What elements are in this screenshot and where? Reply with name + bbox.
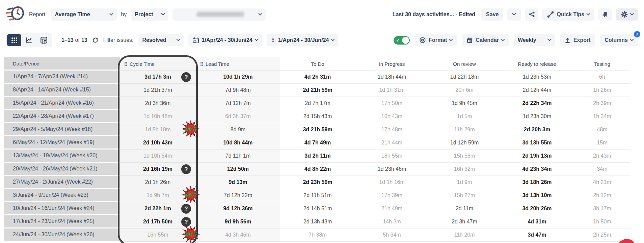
- quick-tips-button[interactable]: Quick Tips: [542, 8, 594, 21]
- in-progress-cell[interactable]: 1d 1h 16m: [355, 176, 429, 189]
- cycle-time-cell[interactable]: 1d 9h 7m WOW: [120, 189, 196, 202]
- todo-cell[interactable]: 2d 21h 59m: [280, 84, 355, 97]
- wow-sticker-icon[interactable]: WOW: [182, 226, 200, 243]
- drag-handle-icon[interactable]: [200, 62, 203, 66]
- pivot-view-button[interactable]: [37, 34, 51, 46]
- interval-select[interactable]: Weekly: [514, 34, 555, 46]
- period-cell[interactable]: 15/Apr/24 - 21/Apr/24 (Week #16): [4, 97, 120, 110]
- lead-time-cell[interactable]: 9d 9h 56m: [196, 215, 280, 228]
- ready-to-release-cell[interactable]: 3d 18h 26m: [500, 176, 574, 189]
- cycle-time-cell[interactable]: 2d 16h 19m?: [120, 163, 196, 176]
- on-review-cell[interactable]: 15h 27m: [429, 189, 500, 202]
- ready-to-release-cell[interactable]: 4d 23h 34m: [500, 163, 574, 176]
- testing-cell[interactable]: 2h 12m: [574, 189, 630, 202]
- ready-to-release-cell[interactable]: 3d 13h 10m: [500, 189, 574, 202]
- lead-time-cell[interactable]: 12d 50m: [196, 163, 280, 176]
- period-cell[interactable]: 29/Apr/24 - 5/May/24 (Week #18): [4, 123, 120, 136]
- in-progress-cell[interactable]: 1d 18h 44m: [355, 71, 429, 84]
- in-progress-cell[interactable]: 17h 50m: [355, 97, 429, 110]
- lead-time-cell[interactable]: 4d 3h 46m: [196, 228, 280, 242]
- testing-cell[interactable]: 2h 39m: [574, 97, 630, 110]
- on-review-cell[interactable]: 1d 5m: [429, 110, 500, 123]
- lead-time-cell[interactable]: 10d 8h 44m: [196, 136, 280, 150]
- in-progress-cell[interactable]: 5h 34m: [355, 228, 429, 242]
- lead-time-cell[interactable]: 6d 3h 37m: [196, 110, 280, 123]
- question-badge-icon[interactable]: ?: [181, 72, 191, 82]
- trim-range-select[interactable]: ✂ 1/Apr/24 - 30/Jun/24: [267, 34, 339, 46]
- cycle-time-cell[interactable]: 1d 21h 37m: [120, 84, 196, 97]
- in-progress-cell[interactable]: 21h 49m: [355, 202, 429, 215]
- on-review-cell[interactable]: 2d 11m: [429, 202, 500, 215]
- period-cell[interactable]: 1/Apr/24 - 7/Apr/24 (Week #14): [4, 71, 120, 84]
- ready-to-release-cell[interactable]: 3d 20h 26m: [500, 202, 574, 215]
- todo-cell[interactable]: 7h 38m: [280, 228, 355, 242]
- columns-button[interactable]: Columns: [600, 34, 638, 46]
- question-badge-icon[interactable]: ?: [181, 217, 191, 227]
- testing-cell[interactable]: 1h 26m: [574, 84, 630, 97]
- testing-cell[interactable]: 2h 43m: [574, 150, 630, 163]
- cycle-time-cell[interactable]: 3d 17h 3m?: [120, 71, 196, 84]
- cycle-time-cell[interactable]: 2d 10h 43m: [120, 136, 196, 150]
- in-progress-cell[interactable]: 1d 1h 31m: [355, 84, 429, 97]
- todo-cell[interactable]: 2d 13h 43m: [280, 215, 355, 228]
- cycle-time-cell[interactable]: 16h 55m WOW: [120, 228, 196, 242]
- in-progress-cell[interactable]: 10h 43m: [355, 110, 429, 123]
- on-review-cell[interactable]: 1d 22h 18m: [429, 71, 500, 84]
- ready-to-release-cell[interactable]: 2d 19h 13m: [500, 150, 574, 163]
- on-review-cell[interactable]: 1d 9h 45m: [429, 97, 500, 110]
- testing-cell[interactable]: 1h 34m: [574, 110, 630, 123]
- ready-to-release-cell[interactable]: 4d 31m: [500, 215, 574, 228]
- period-cell[interactable]: 17/Jun/24 - 23/Jun/24 (Week #25): [4, 215, 120, 228]
- todo-cell[interactable]: 4d 7h 49m: [280, 136, 355, 150]
- testing-cell[interactable]: 2h 25m: [574, 228, 630, 242]
- filter-issues-select[interactable]: Resolved: [138, 34, 184, 46]
- refresh-button[interactable]: [92, 37, 99, 44]
- period-cell[interactable]: 6/May/24 - 12/May/24 (Week #19): [4, 136, 120, 150]
- todo-cell[interactable]: 3d 2h 11m: [280, 150, 355, 163]
- testing-cell[interactable]: 1h 50m: [574, 215, 630, 228]
- project-select[interactable]: [172, 8, 266, 21]
- wow-sticker-icon[interactable]: WOW: [182, 186, 200, 203]
- period-cell[interactable]: 24/Jun/24 - 30/Jun/24 (Week #26): [4, 228, 120, 242]
- ready-to-release-cell[interactable]: 1d 23h 30m: [500, 110, 574, 123]
- settings-button[interactable]: [616, 8, 638, 21]
- wow-sticker-icon[interactable]: WOW: [182, 120, 200, 137]
- period-cell[interactable]: 3/Jun/24 - 9/Jun/24 (Week #23): [4, 189, 120, 202]
- on-review-cell[interactable]: 1d 12h 59m: [429, 136, 500, 150]
- lead-time-cell[interactable]: 8d 9m: [196, 123, 280, 136]
- ready-to-release-cell[interactable]: 2d 22h 34m: [500, 97, 574, 110]
- ready-to-release-cell[interactable]: 1d 23h 53m: [500, 71, 574, 84]
- notifications-button[interactable]: [598, 8, 612, 21]
- table-view-button[interactable]: [7, 34, 21, 46]
- todo-cell[interactable]: 4d 2h 31m: [280, 71, 355, 84]
- group-by-select[interactable]: Project: [131, 8, 168, 21]
- question-badge-icon[interactable]: ?: [181, 204, 191, 214]
- period-cell[interactable]: 10/Jun/24 - 16/Jun/24 (Week #24): [4, 202, 120, 215]
- drag-handle-icon[interactable]: [125, 62, 127, 66]
- testing-cell[interactable]: 4h 21m: [574, 176, 630, 189]
- on-review-cell[interactable]: 16h 32m: [429, 163, 500, 176]
- format-button[interactable]: Format: [414, 34, 457, 46]
- question-badge-icon[interactable]: ?: [181, 164, 191, 174]
- in-progress-cell[interactable]: 17h 39m: [355, 189, 429, 202]
- in-progress-cell[interactable]: 14h 3m: [355, 215, 429, 228]
- todo-cell[interactable]: 3d 21h 59m: [280, 123, 355, 136]
- share-button[interactable]: [525, 8, 538, 21]
- testing-cell[interactable]: 3h 17m: [574, 202, 630, 215]
- period-cell[interactable]: 20/May/24 - 26/May/24 (Week #21): [4, 163, 120, 176]
- testing-cell[interactable]: 48m: [574, 123, 630, 136]
- in-progress-cell[interactable]: 21h 44m: [355, 136, 429, 150]
- cycle-time-cell[interactable]: 1d 5h 18m WOW: [120, 123, 196, 136]
- ready-to-release-cell[interactable]: 3d 47m: [500, 228, 574, 242]
- lead-time-cell[interactable]: 7d 12h 7m: [196, 97, 280, 110]
- save-options-button[interactable]: [507, 8, 521, 21]
- todo-cell[interactable]: 2d 14h 51m: [280, 202, 355, 215]
- on-review-cell[interactable]: 11h 20m: [429, 228, 500, 242]
- period-cell[interactable]: 27/May/24 - 2/Jun/24 (Week #22): [4, 176, 120, 189]
- lead-time-cell[interactable]: 9d 12h 36m: [196, 202, 280, 215]
- save-button[interactable]: Save: [481, 8, 503, 21]
- period-cell[interactable]: 8/Apr/24 - 14/Apr/24 (Week #15): [4, 84, 120, 97]
- todo-cell[interactable]: 2d 15h 43m: [280, 110, 355, 123]
- period-cell[interactable]: 22/Apr/24 - 28/Apr/24 (Week #17): [4, 110, 120, 123]
- date-range-select[interactable]: 1/Apr/24 - 30/Jun/24: [188, 34, 262, 46]
